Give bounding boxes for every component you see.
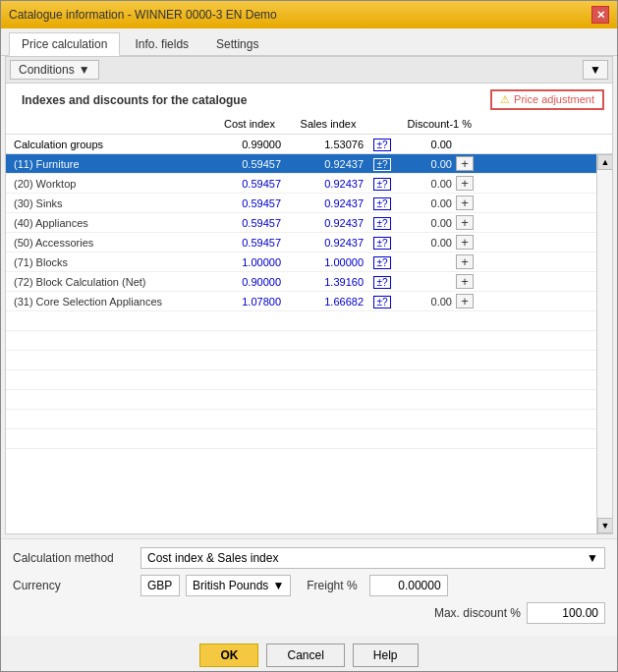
table-row[interactable]: (20) Worktop 0.59457 0.92437 ±? 0.00 + bbox=[6, 174, 596, 194]
title-bar: Catalogue information - WINNER 0000-3 EN… bbox=[1, 1, 617, 28]
row-plus-button[interactable]: + bbox=[456, 156, 474, 171]
sub-tabs-bar: Conditions ▼ ▼ bbox=[6, 57, 612, 84]
price-adjustment-label: Price adjustment bbox=[514, 93, 594, 105]
table-row[interactable]: (72) Block Calculation (Net) 0.90000 1.3… bbox=[6, 272, 596, 292]
calc-groups-discount: 0.00 bbox=[397, 139, 456, 150]
calc-groups-label: Calculation groups bbox=[14, 139, 210, 150]
row-plus-button[interactable]: + bbox=[456, 274, 474, 289]
row-sales: 1.00000 bbox=[289, 256, 367, 268]
max-discount-row: Max. discount % bbox=[13, 602, 605, 624]
close-button[interactable]: ✕ bbox=[591, 6, 609, 24]
empty-row bbox=[6, 410, 596, 429]
row-discount: 0.00 bbox=[397, 237, 456, 249]
calculation-method-row: Calculation method Cost index & Sales in… bbox=[13, 547, 605, 569]
ok-button[interactable]: OK bbox=[199, 644, 258, 667]
calc-groups-pm-button[interactable]: ±? bbox=[373, 139, 390, 151]
pm-button[interactable]: ±? bbox=[373, 237, 390, 250]
pm-button[interactable]: ±? bbox=[373, 256, 390, 269]
pm-button[interactable]: ±? bbox=[373, 197, 390, 210]
pm-button[interactable]: ±? bbox=[373, 276, 390, 289]
scroll-track[interactable] bbox=[597, 170, 612, 518]
chevron-down-icon: ▼ bbox=[587, 551, 598, 565]
conditions-label: Conditions bbox=[19, 63, 75, 77]
table-row[interactable]: (71) Blocks 1.00000 1.00000 ±? + bbox=[6, 252, 596, 272]
table-row[interactable]: (30) Sinks 0.59457 0.92437 ±? 0.00 + bbox=[6, 194, 596, 213]
data-table-main: (11) Furniture 0.59457 0.92437 ±? 0.00 +… bbox=[6, 154, 596, 533]
table-row[interactable]: (50) Accessories 0.59457 0.92437 ±? 0.00… bbox=[6, 233, 596, 252]
row-cost: 0.59457 bbox=[210, 178, 289, 190]
freight-label: Freight % bbox=[307, 579, 357, 592]
row-plus-button[interactable]: + bbox=[456, 176, 474, 191]
data-rows: (11) Furniture 0.59457 0.92437 ±? 0.00 +… bbox=[6, 154, 596, 533]
row-plus-button[interactable]: + bbox=[456, 235, 474, 250]
scroll-down-button[interactable]: ▼ bbox=[597, 518, 612, 533]
currency-name-select[interactable]: British Pounds ▼ bbox=[186, 575, 291, 596]
row-plus-button[interactable]: + bbox=[456, 254, 474, 269]
column-headers: Cost index Sales index Discount-1 % bbox=[6, 113, 612, 135]
conditions-button[interactable]: Conditions ▼ bbox=[10, 60, 99, 80]
row-sales: 0.92437 bbox=[289, 197, 367, 209]
row-plus-button[interactable]: + bbox=[456, 294, 474, 308]
button-bar: OK Cancel Help bbox=[1, 636, 617, 671]
row-name: (40) Appliances bbox=[14, 217, 210, 229]
empty-row bbox=[6, 390, 596, 410]
calculation-method-select[interactable]: Cost index & Sales index ▼ bbox=[140, 547, 605, 569]
empty-row bbox=[6, 311, 596, 331]
pm-button[interactable]: ±? bbox=[373, 158, 390, 171]
row-cost: 0.90000 bbox=[210, 276, 289, 288]
table-row[interactable]: (40) Appliances 0.59457 0.92437 ±? 0.00 … bbox=[6, 213, 596, 233]
row-sales: 1.66682 bbox=[289, 296, 367, 308]
dialog-title: Catalogue information - WINNER 0000-3 EN… bbox=[9, 8, 277, 22]
pm-button[interactable]: ±? bbox=[373, 296, 390, 308]
calc-groups-cost: 0.99000 bbox=[210, 139, 289, 150]
price-adjustment-button[interactable]: ⚠ Price adjustment bbox=[490, 89, 604, 110]
row-cost: 0.59457 bbox=[210, 197, 289, 209]
row-cost: 0.59457 bbox=[210, 237, 289, 249]
section-title: Indexes and discounts for the catalogue bbox=[14, 87, 254, 111]
row-plus-button[interactable]: + bbox=[456, 196, 474, 210]
chevron-down-icon: ▼ bbox=[79, 63, 90, 77]
row-discount: 0.00 bbox=[397, 197, 456, 209]
row-name: (72) Block Calculation (Net) bbox=[14, 276, 210, 288]
currency-value: GBP British Pounds ▼ Freight % bbox=[140, 575, 605, 596]
cancel-button[interactable]: Cancel bbox=[266, 644, 344, 667]
row-name: (11) Furniture bbox=[14, 158, 210, 170]
table-row[interactable]: (31) Core Selection Appliances 1.07800 1… bbox=[6, 292, 596, 311]
row-discount: 0.00 bbox=[397, 217, 456, 229]
calc-groups-sales: 1.53076 bbox=[289, 139, 367, 150]
table-row[interactable]: (11) Furniture 0.59457 0.92437 ±? 0.00 + bbox=[6, 154, 596, 174]
row-name: (30) Sinks bbox=[14, 197, 210, 209]
empty-row bbox=[6, 351, 596, 370]
row-sales: 0.92437 bbox=[289, 237, 367, 249]
calculation-method-label: Calculation method bbox=[13, 551, 140, 565]
tab-settings[interactable]: Settings bbox=[203, 32, 271, 55]
right-dropdown-button[interactable]: ▼ bbox=[583, 60, 608, 80]
freight-input[interactable] bbox=[369, 575, 448, 596]
cost-index-header: Cost index bbox=[210, 118, 289, 130]
tab-price-calculation[interactable]: Price calculation bbox=[9, 32, 120, 56]
empty-row bbox=[6, 331, 596, 351]
row-cost: 1.00000 bbox=[210, 256, 289, 268]
currency-row: Currency GBP British Pounds ▼ Freight % bbox=[13, 575, 605, 596]
calculation-method-value: Cost index & Sales index ▼ bbox=[140, 547, 605, 569]
max-discount-label: Max. discount % bbox=[434, 606, 521, 620]
scroll-up-button[interactable]: ▲ bbox=[597, 154, 612, 170]
chevron-down-icon: ▼ bbox=[272, 579, 284, 592]
main-dialog: Catalogue information - WINNER 0000-3 EN… bbox=[0, 0, 618, 672]
help-button[interactable]: Help bbox=[353, 644, 419, 667]
row-name: (20) Worktop bbox=[14, 178, 210, 190]
row-discount: 0.00 bbox=[397, 178, 456, 190]
pm-button[interactable]: ±? bbox=[373, 217, 390, 230]
row-sales: 0.92437 bbox=[289, 178, 367, 190]
row-sales: 0.92437 bbox=[289, 158, 367, 170]
bottom-section: Calculation method Cost index & Sales in… bbox=[1, 538, 617, 636]
sales-index-header: Sales index bbox=[289, 118, 367, 130]
main-content: Conditions ▼ ▼ Indexes and discounts for… bbox=[5, 56, 613, 534]
row-sales: 0.92437 bbox=[289, 217, 367, 229]
row-plus-button[interactable]: + bbox=[456, 215, 474, 230]
pm-button[interactable]: ±? bbox=[373, 178, 390, 191]
tab-info-fields[interactable]: Info. fields bbox=[122, 32, 201, 55]
calculation-groups-row: Calculation groups 0.99000 1.53076 ±? 0.… bbox=[6, 135, 612, 154]
max-discount-input[interactable] bbox=[527, 602, 605, 624]
row-cost: 0.59457 bbox=[210, 158, 289, 170]
